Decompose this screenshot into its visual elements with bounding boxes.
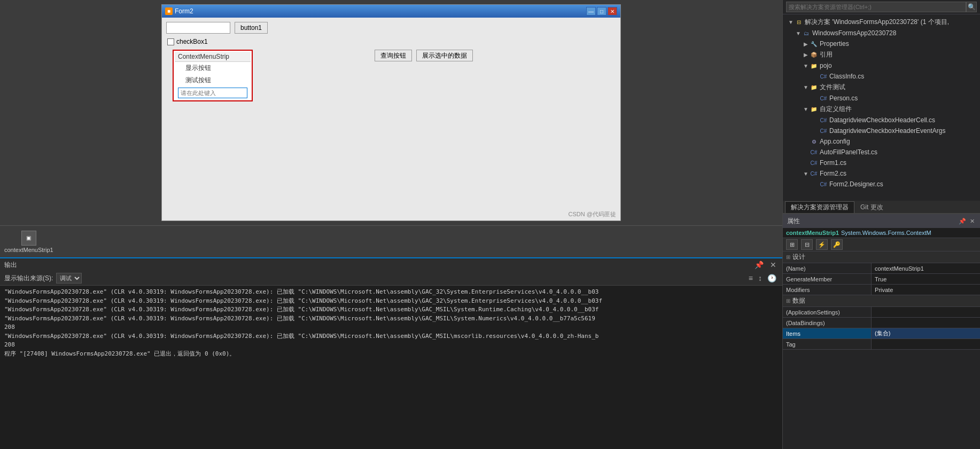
close-button[interactable]: ✕ [608,7,617,15]
tree-item-form2[interactable]: ▼ C# Form2.cs [783,168,980,179]
tree-item-label-dgchc: DatagridviewCheckboxHeaderCell.cs [829,116,935,124]
prop-row-generatemember: GenerateMember True [783,274,980,285]
dgchea-icon: C# [819,127,828,135]
tree-item-label-references: 引用 [820,50,833,59]
tray-item-contextmenu[interactable]: ▣ contextMenuStrip1 [4,231,53,253]
properties-expand-arrow: ▶ [802,41,810,47]
appconfig-icon: ⚙ [810,137,818,146]
prop-value-generatemember[interactable]: True [872,274,980,284]
tree-item-properties[interactable]: ▶ 🔧 Properties [783,38,980,49]
tree-project[interactable]: ▼ 🗂 WindowsFormsApp20230728 [783,28,980,38]
tree-item-references[interactable]: ▶ 📦 引用 [783,49,980,60]
prop-category-design[interactable]: ⊞ 设计 [783,251,980,263]
form2designer-icon: C# [819,180,828,188]
prop-row-tag: Tag [783,339,980,350]
references-icon: 📦 [810,51,818,59]
tree-item-filetests[interactable]: ▼ 📁 文件测试 [783,82,980,93]
prop-row-items: Items (集合) [783,328,980,339]
prop-value-modifiers[interactable]: Private [872,285,980,295]
solution-icon: ⊟ [795,18,803,27]
prop-value-items[interactable]: (集合) [872,328,980,338]
tree-item-label-properties: Properties [820,40,849,48]
tree-item-custom[interactable]: ▼ 📁 自定义组件 [783,104,980,115]
tree-item-label-filetests: 文件测试 [820,83,845,92]
output-line: "WindowsFormsApp20230728.exe" (CLR v4.0.… [4,314,778,324]
prop-name-modifiers: Modifiers [783,285,872,295]
dgchc-icon: C# [819,116,828,124]
checkbox1-box[interactable] [167,38,174,45]
properties-toolbar: ⊞ ⊟ ⚡ 🔑 [783,238,980,251]
maximize-button[interactable]: □ [597,7,606,15]
minimize-button[interactable]: — [586,7,596,15]
solution-explorer: 🔍 ▼ ⊟ 解决方案 'WindowsFormsApp20230728' (1 … [783,0,980,214]
prop-value-tag[interactable] [872,339,980,349]
tab-solution-explorer[interactable]: 解决方案资源管理器 [785,201,854,213]
prop-value-name[interactable]: contextMenuStrip1 [872,263,980,273]
tree-item-form1[interactable]: C# Form1.cs [783,157,980,168]
output-toolbar-btn-3[interactable]: 🕐 [766,273,778,283]
search-icon-btn[interactable]: 🔍 [966,2,977,12]
tab-git[interactable]: Git 更改 [854,201,889,213]
properties-panel: 属性 📌 ✕ contextMenuStrip1 System.Windows.… [783,214,980,449]
prop-toolbar-btn-events[interactable]: ⚡ [816,239,828,250]
output-line: 208 [4,341,778,350]
output-header: 输出 📌 ✕ [0,257,782,271]
form-tray: ▣ contextMenuStrip1 [0,225,782,257]
checkbox1-label: checkBox1 [176,38,208,45]
design-category-label: 设计 [792,253,805,262]
output-toolbar-btn-2[interactable]: ↕ [757,273,764,283]
tree-item-label-person: Person.cs [829,94,858,102]
prop-toolbar-btn-grid[interactable]: ⊞ [786,239,798,250]
prop-object-type: System.Windows.Forms.ContextM [841,230,931,236]
tree-item-label-pojo: pojo [820,62,832,69]
output-close-btn[interactable]: ✕ [768,260,778,270]
tree-item-label-form1: Form1.cs [820,159,846,167]
tree-item-dgchea[interactable]: C# DatagridviewCheckboxHeaderEventArgs [783,125,980,136]
output-toolbar-btn-1[interactable]: ≡ [747,273,755,283]
output-source-label: 显示输出来源(S): [4,274,53,283]
tree-item-person[interactable]: C# Person.cs [783,93,980,104]
context-menu-item-1[interactable]: 显示按钮 [175,62,251,74]
watermark: CSDN @代码匪徒 [569,210,616,218]
prop-name-databindings: (DataBindings) [783,318,872,328]
tree-item-dgchc[interactable]: C# DatagridviewCheckboxHeaderCell.cs [783,115,980,125]
textbox1[interactable] [166,22,230,34]
pojo-expand-arrow: ▼ [802,63,810,69]
properties-close-btn[interactable]: ✕ [969,218,976,225]
custom-expand-arrow: ▼ [802,106,810,112]
controls-row-1: button1 [166,22,616,34]
context-menu-input[interactable] [178,88,247,98]
form2-icon: C# [810,169,818,178]
data-category-label: 数据 [792,296,805,305]
prop-value-databindings[interactable] [872,318,980,328]
properties-title: 属性 [787,217,800,226]
output-source-row: 显示输出来源(S): 调试 ≡ ↕ 🕐 [0,271,782,286]
show-selected-button[interactable]: 展示选中的数据 [416,50,473,61]
tree-item-classinfo[interactable]: C# ClassInfo.cs [783,71,980,82]
prop-value-appsettings[interactable] [872,307,980,317]
context-menu-item-2[interactable]: 测试按钮 [175,74,251,86]
button1[interactable]: button1 [235,22,268,34]
output-line: "WindowsFormsApp20230728.exe" (CLR v4.0.… [4,332,778,341]
prop-category-data[interactable]: ⊞ 数据 [783,295,980,307]
properties-table: ⊞ 设计 (Name) contextMenuStrip1 GenerateMe… [783,251,980,449]
search-input[interactable] [786,2,966,12]
output-pin-btn[interactable]: 📌 [753,260,765,270]
output-source-select[interactable]: 调试 [56,273,82,283]
tree-item-pojo[interactable]: ▼ 📁 pojo [783,60,980,71]
output-panel: 输出 📌 ✕ 显示输出来源(S): 调试 ≡ ↕ 🕐 "WindowsForms… [0,257,782,449]
explorer-tabs: 解决方案资源管理器 Git 更改 [783,201,980,214]
tree-solution-root[interactable]: ▼ ⊟ 解决方案 'WindowsFormsApp20230728' (1 个项… [783,17,980,28]
properties-pin-btn[interactable]: 📌 [958,218,967,225]
tree-item-form2designer[interactable]: C# Form2.Designer.cs [783,179,980,190]
prop-toolbar-btn-list[interactable]: ⊟ [801,239,813,250]
prop-name-items: Items [783,328,872,338]
prop-row-databindings: (DataBindings) [783,318,980,328]
checkbox-row: checkBox1 [167,38,616,45]
tree-item-autofill[interactable]: C# AutoFillPanelTest.cs [783,147,980,157]
tree-item-appconfig[interactable]: ⚙ App.config [783,136,980,147]
tree-item-label-classinfo: ClassInfo.cs [829,73,864,80]
query-button[interactable]: 查询按钮 [375,50,412,61]
output-line: "WindowsFormsApp20230728.exe" (CLR v4.0.… [4,288,778,297]
prop-toolbar-btn-key[interactable]: 🔑 [831,239,843,250]
